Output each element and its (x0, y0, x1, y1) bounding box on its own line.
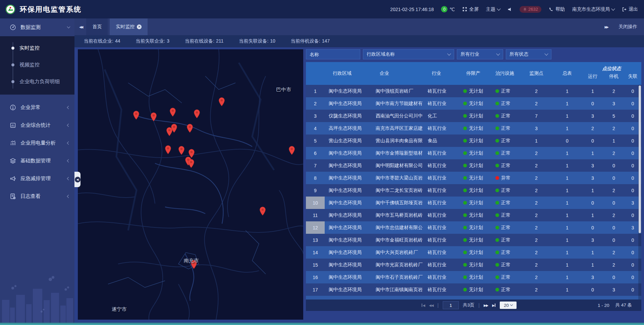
row-running-cell: 1 (582, 151, 603, 156)
sidebar-item-video-monitor[interactable]: 视频监控 (0, 56, 74, 73)
map-pin-icon[interactable] (186, 124, 193, 134)
table-row[interactable]: 5 营山生态环境局 营山县润丰肉食品有限 食品 无计划 正常 1 0 0 1 0 (306, 134, 641, 147)
help-button[interactable]: 帮助 (549, 6, 565, 12)
table-row[interactable]: 15 阆中生态环境局 阆中市光富页岩机砖厂 砖瓦行业 无计划 正常 2 1 1 … (306, 259, 641, 271)
page-size-select[interactable]: 20 (500, 302, 517, 309)
table-row[interactable]: 14 阆中生态环境局 阆中大兴页岩机砖厂 砖瓦行业 无计划 正常 2 1 1 2… (306, 246, 641, 259)
map-pin-icon[interactable] (178, 146, 185, 156)
fullscreen-button[interactable]: 全屏 (462, 6, 479, 12)
table-row[interactable]: 4 高坪生态环境局 南充市高坪区王家店建 砖瓦行业 无计划 正常 3 1 2 2… (306, 122, 641, 134)
sidebar-item-power-load-detail[interactable]: 企业电力负荷明细 (0, 73, 74, 90)
scrollbar-thumb[interactable] (639, 86, 641, 233)
name-filter-input[interactable] (306, 49, 360, 59)
row-company-cell: 阆中千佛镇五郎垭页岩 (372, 200, 424, 206)
table-row[interactable]: 2 阆中生态环境局 阆中市南方节能建材有 砖瓦行业 无计划 正常 2 1 0 3… (306, 97, 641, 110)
sidebar-item-log-view[interactable]: 日志查看 (0, 187, 74, 205)
limit-status-label: 无计划 (469, 287, 483, 293)
stat-label: 当前在线设备: (185, 38, 214, 44)
table-row[interactable]: 18 南部生态环境局 南部县砌华士砖有限公 建材加工 无计划 正常 2 1 0 … (306, 296, 641, 300)
map-pin-icon[interactable] (150, 112, 157, 123)
column-group-point-status: 点位状态 (582, 64, 641, 72)
organization-menu[interactable]: 南充市生态环境局 (572, 6, 614, 12)
row-facility-cell: 正常 (489, 113, 520, 119)
region-filter-select[interactable]: 行政区域名称 (363, 49, 454, 59)
facility-status-label: 正常 (501, 113, 511, 119)
alert-circle-icon (9, 104, 16, 111)
sidebar-item-base-data[interactable]: 基础数据管理 (0, 152, 74, 170)
page-number-input[interactable]: 1 (443, 301, 459, 309)
row-points-cell: 2 (520, 300, 552, 300)
table-row[interactable]: 3 仪陇生态环境局 西南油气田分公司川中 化工 无计划 正常 7 1 3 5 0 (306, 110, 641, 122)
notification-badge[interactable]: 2632 (520, 6, 541, 13)
page-last-button[interactable]: ▶ (492, 304, 496, 307)
row-facility-cell: 正常 (489, 237, 520, 243)
map-pin-icon[interactable] (171, 124, 177, 134)
logout-button[interactable]: 退出 (622, 6, 638, 12)
sidebar-item-realtime-monitor[interactable]: 实时监控 (0, 40, 74, 56)
mute-speaker-button[interactable] (507, 7, 512, 12)
map-city-label: 巴中市 (276, 87, 291, 93)
column-header-stopped: 停机 (603, 73, 624, 79)
map-pin-icon[interactable] (289, 146, 295, 156)
sidebar-collapse-handle[interactable]: ◀ (74, 172, 80, 187)
table-header: 行政区域 企业 行业 停限产 治污设施 监测点 总表 点位状态 运行 停机 失联 (306, 62, 641, 85)
chevron-down-icon (510, 303, 513, 306)
map-pin-icon[interactable] (133, 111, 140, 121)
table-row[interactable]: 16 阆中生态环境局 阆中市石子页岩机砖厂 砖瓦行业 无计划 正常 2 1 3 … (306, 271, 641, 283)
page-prev-button[interactable]: ◀◀ (429, 304, 433, 307)
map-pin-icon[interactable] (218, 97, 225, 108)
map-pin-icon[interactable] (188, 159, 195, 169)
table-row[interactable]: 10 阆中生态环境局 阆中千佛镇五郎垭页岩 砖瓦行业 无计划 正常 2 1 0 … (306, 197, 641, 209)
map-canvas[interactable]: 巴中市南充市遂宁市 (78, 49, 303, 320)
table-row[interactable]: 17 阆中生态环境局 阆中市江南镇阆南页岩 砖瓦行业 无计划 正常 2 1 0 … (306, 283, 641, 296)
sidebar-item-label: 企业用电量分析 (20, 140, 63, 146)
sidebar-item-emergency-reduction[interactable]: 应急减排管理 (0, 170, 74, 187)
status-dot-icon (495, 188, 499, 192)
row-index-cell: 15 (306, 259, 325, 271)
table-row[interactable]: 7 阆中生态环境局 阆中明阳建材有限公司 砖瓦行业 无计划 正常 2 1 3 0… (306, 159, 641, 172)
sidebar-item-data-monitoring[interactable]: 数据监测 (0, 18, 74, 36)
theme-menu[interactable]: 主题 (486, 6, 500, 12)
status-filter-select[interactable]: 所有状态 (506, 49, 551, 59)
table-row[interactable]: 11 阆中生态环境局 阆中市五马桥页岩机砖 砖瓦行业 无计划 正常 2 1 1 … (306, 209, 641, 221)
close-icon[interactable]: ✕ (137, 24, 142, 29)
row-points-cell: 2 (520, 101, 552, 106)
tab-home[interactable]: 首页 (86, 18, 108, 35)
row-facility-cell: 正常 (489, 150, 520, 156)
sidebar-item-enterprise-abnormal[interactable]: 企业异常 (0, 99, 74, 116)
row-running-cell: 0 (582, 300, 603, 300)
row-region-cell: 阆中生态环境局 (325, 225, 372, 231)
chevron-left-icon (67, 142, 70, 145)
map-pin-icon[interactable] (194, 109, 200, 120)
table-row[interactable]: 6 阆中生态环境局 阆中市金博瑞新型墙材 砖瓦行业 无计划 正常 2 1 1 2… (306, 147, 641, 159)
page-next-button[interactable]: ▶▶ (484, 304, 488, 307)
table-row[interactable]: 12 阆中生态环境局 阆中市忠信建材有限公 砖瓦行业 无计划 正常 2 1 0 … (306, 221, 641, 234)
app-title: 环保用电监管系统 (20, 5, 82, 14)
row-company-cell: 阆中市枣碧大梁山页岩 (372, 175, 424, 181)
tabs-scroll-right-button[interactable]: ▶▶ (603, 25, 610, 29)
chevron-left-icon (67, 195, 70, 198)
close-operations-button[interactable]: 关闭操作 (619, 24, 637, 30)
tab-realtime-monitor[interactable]: 实时监控 ✕ (110, 18, 148, 35)
column-header-industry: 行业 (424, 70, 457, 76)
table-scrollbar[interactable] (638, 85, 641, 300)
table-row[interactable]: 9 阆中生态环境局 阆中市二龙长宝页岩砖 砖瓦行业 无计划 正常 2 1 1 2… (306, 184, 641, 197)
row-industry-cell: 砖瓦行业 (424, 212, 457, 218)
sidebar-item-power-analysis[interactable]: 企业用电量分析 (0, 134, 74, 152)
sidebar-item-enterprise-statistics[interactable]: 企业综合统计 (0, 116, 74, 134)
table-row[interactable]: 13 阆中生态环境局 阆中市金福旺页岩机砖 砖瓦行业 无计划 正常 2 1 3 … (306, 234, 641, 246)
status-dot-icon (463, 139, 467, 143)
tabs-scroll-left-button[interactable]: ◀◀ (77, 25, 84, 29)
facility-status-label: 正常 (501, 225, 511, 231)
industry-filter-select[interactable]: 所有行业 (457, 49, 503, 59)
row-industry-cell: 砖瓦行业 (424, 262, 457, 268)
table-row[interactable]: 1 阆中生态环境局 阆中强锐页岩砖厂 砖瓦行业 无计划 正常 2 1 1 2 0 (306, 85, 641, 97)
status-dot-icon (495, 151, 499, 155)
row-company-cell: 阆中市江南镇阆南页岩 (372, 287, 424, 293)
map-pin-icon[interactable] (165, 145, 171, 156)
map-pin-icon[interactable] (169, 108, 176, 118)
map-pin-icon[interactable] (260, 207, 266, 217)
page-first-button[interactable]: ◀ (421, 304, 425, 307)
row-points-cell: 3 (520, 126, 552, 131)
table-row[interactable]: 8 阆中生态环境局 阆中市枣碧大梁山页岩 砖瓦行业 无计划 异常 2 1 3 0… (306, 172, 641, 184)
